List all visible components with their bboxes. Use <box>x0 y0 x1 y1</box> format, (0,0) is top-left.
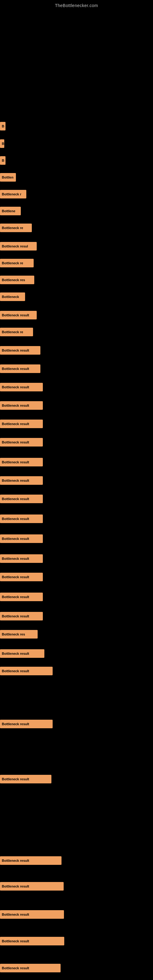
bar-item: Bottleneck res <box>0 630 38 638</box>
bar-item: Bottleneck res <box>0 275 34 284</box>
bar-item: Bottleneck result <box>0 593 43 601</box>
bar-label-text: Bottleneck result <box>0 554 43 563</box>
bar-item: Bottleneck result <box>0 458 43 466</box>
bar-label-text: Bottleneck result <box>0 593 43 601</box>
bar-label-text: B <box>0 156 5 165</box>
bar-label-text: Bottleneck result <box>0 937 64 945</box>
bar-label-text: Bottleneck result <box>0 535 43 543</box>
bar-label-text: Bottleneck result <box>0 667 53 675</box>
bar-item: Bottleneck result <box>0 438 43 447</box>
bar-label-text: Bottleneck result <box>0 438 43 447</box>
bar-label-text: Bottleneck result <box>0 882 64 891</box>
bar-item: Bottleneck r <box>0 190 26 199</box>
bar-label-text: B <box>0 122 5 130</box>
bar-item: Bottleneck result <box>0 720 53 728</box>
bar-label-text: Bottleneck result <box>0 383 43 391</box>
bar-item: Bottleneck result <box>0 476 43 485</box>
bar-item: Bottleneck resul <box>0 242 37 250</box>
bar-label-text: Bottleneck result <box>0 856 62 865</box>
bar-label-text: Bottlen <box>0 173 16 181</box>
bar-label-text: Bottleneck <box>0 293 25 301</box>
bar-item: Bottleneck result <box>0 401 43 410</box>
bar-label-text: Bottleneck result <box>0 476 43 485</box>
bar-item: Bottleneck result <box>0 573 43 581</box>
bar-label-text: Bottleneck result <box>0 364 40 373</box>
bar-label-text: Bottleneck result <box>0 311 37 320</box>
bar-label-text: Bottleneck result <box>0 910 64 919</box>
bar-item: Bottleneck result <box>0 514 43 523</box>
bar-label-text: Bottleneck re <box>0 328 33 336</box>
bar-item: Bottleneck re <box>0 224 32 232</box>
bar-label-text: Bottleneck result <box>0 346 40 355</box>
bar-item: Bottleneck result <box>0 535 43 543</box>
bar-item: Bottleneck <box>0 293 25 301</box>
bar-item: Bottleneck re <box>0 259 33 267</box>
bar-item: Bottleneck result <box>0 937 64 945</box>
bar-item: Bottleneck result <box>0 964 61 972</box>
bar-label-text: Bottleneck result <box>0 720 53 728</box>
bar-item: Bottlen <box>0 173 16 181</box>
bar-label-text: Bottleneck result <box>0 514 43 523</box>
bar-label-text: Bottleneck result <box>0 573 43 581</box>
bar-label-text: Bottleneck result <box>0 612 43 620</box>
bar-item: Bottleneck result <box>0 346 40 355</box>
bar-label-text: Bottlene <box>0 207 21 215</box>
bar-label-text: Bottleneck resul <box>0 242 37 250</box>
bar-label-text: Bottleneck result <box>0 964 61 972</box>
bar-item: Bottleneck result <box>0 554 43 563</box>
bar-item: Bottlene <box>0 207 21 215</box>
bar-label-text: Bottleneck result <box>0 458 43 466</box>
bar-item: Bottleneck result <box>0 667 53 675</box>
bar-item: Bottleneck result <box>0 364 40 373</box>
bar-label-text: B <box>0 139 4 148</box>
bar-item: Bottleneck re <box>0 328 33 336</box>
bar-label-text: Bottleneck result <box>0 420 43 428</box>
bar-item: Bottleneck result <box>0 612 43 620</box>
bar-label-text: Bottleneck result <box>0 649 45 658</box>
bar-label-text: Bottleneck re <box>0 259 33 267</box>
bar-item: Bottleneck result <box>0 910 64 919</box>
bar-label-text: Bottleneck res <box>0 630 38 638</box>
bar-item: Bottleneck result <box>0 311 37 320</box>
bar-item: Bottleneck result <box>0 649 45 658</box>
bar-label-text: Bottleneck result <box>0 495 43 503</box>
bar-item: B <box>0 122 5 130</box>
bar-label-text: Bottleneck result <box>0 401 43 410</box>
bar-item: Bottleneck result <box>0 775 51 783</box>
bar-item: Bottleneck result <box>0 420 43 428</box>
bar-item: Bottleneck result <box>0 495 43 503</box>
bar-label-text: Bottleneck re <box>0 224 32 232</box>
bar-item: B <box>0 156 5 165</box>
bar-item: Bottleneck result <box>0 383 43 391</box>
bar-item: Bottleneck result <box>0 856 62 865</box>
bar-item: Bottleneck result <box>0 882 64 891</box>
bar-label-text: Bottleneck result <box>0 775 51 783</box>
bar-label-text: Bottleneck r <box>0 190 26 199</box>
bar-item: B <box>0 139 4 148</box>
bar-label-text: Bottleneck res <box>0 275 34 284</box>
site-title: TheBottlenecker.com <box>0 0 153 10</box>
